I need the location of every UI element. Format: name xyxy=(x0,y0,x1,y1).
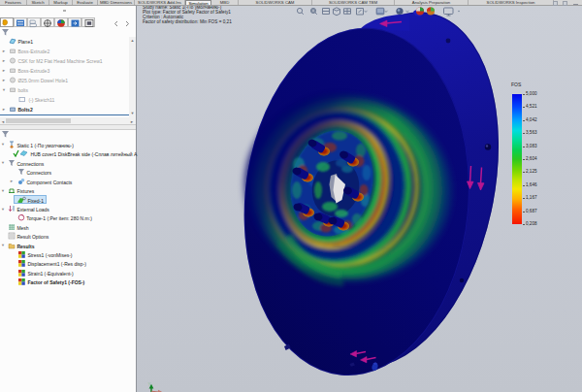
svg-text:Y: Y xyxy=(148,382,151,387)
